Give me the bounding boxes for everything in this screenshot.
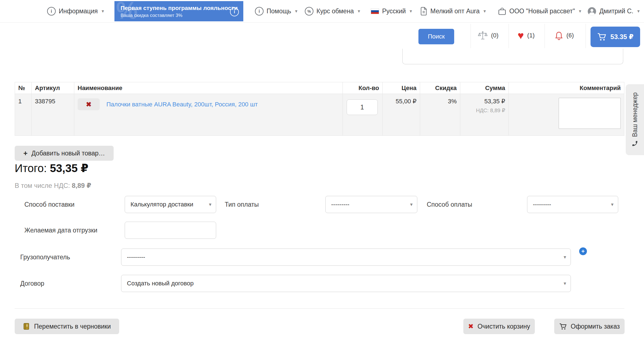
divider bbox=[471, 24, 471, 48]
chevron-down-icon: ▾ bbox=[564, 254, 566, 260]
row-num: 1 bbox=[15, 94, 32, 136]
vat-label: В том числе НДС: bbox=[15, 182, 70, 189]
consignee-label: Грузополучатель bbox=[20, 249, 70, 266]
menu-exchange-label: Курс обмена bbox=[316, 7, 354, 15]
search-panel[interactable] bbox=[402, 49, 623, 64]
col-header-name: Наименование bbox=[74, 82, 343, 94]
manager-tab-inner: Ваш менеджер bbox=[626, 84, 644, 155]
chevron-down-icon: ▾ bbox=[358, 8, 360, 14]
row-discount: 3% bbox=[420, 94, 460, 136]
avatar-icon bbox=[587, 7, 596, 16]
checkout-label: Оформить заказ bbox=[571, 323, 620, 330]
ship-date-input[interactable] bbox=[125, 222, 216, 239]
phone-icon bbox=[632, 140, 638, 147]
chevron-down-icon: ▾ bbox=[611, 201, 614, 208]
menu-language[interactable]: Русский ▾ bbox=[371, 0, 412, 22]
payment-method-value: --------- bbox=[533, 201, 551, 208]
chevron-down-icon: ▾ bbox=[410, 8, 412, 14]
row-sum: 53,35 ₽ bbox=[464, 98, 505, 105]
contract-value: Создать новый договор bbox=[127, 280, 194, 287]
favorites-button[interactable]: ♥ (1) bbox=[518, 22, 535, 48]
payment-type-label: Тип оплаты bbox=[225, 196, 259, 213]
notebook-icon bbox=[23, 323, 30, 330]
delete-item-button[interactable]: ✖ bbox=[78, 98, 100, 110]
manager-tab[interactable]: Ваш менеджер bbox=[626, 84, 644, 155]
consignee-select[interactable]: --------- ▾ bbox=[121, 249, 571, 266]
consignee-value: --------- bbox=[127, 254, 145, 261]
menu-catalog[interactable]: Мелкий опт Aura ▾ bbox=[420, 0, 486, 22]
cart-button[interactable]: 53.35 ₽ bbox=[591, 27, 640, 47]
move-to-drafts-label: Переместить в черновики bbox=[34, 323, 111, 330]
favorites-count: (1) bbox=[527, 32, 535, 39]
col-header-comment: Комментарий bbox=[509, 82, 624, 94]
menu-company-label: ООО "Новый рассвет" bbox=[509, 7, 575, 15]
menu-help[interactable]: i Помощь ▾ bbox=[255, 0, 297, 22]
heart-icon: ♥ bbox=[518, 30, 524, 41]
delete-cross-icon: ✖ bbox=[86, 101, 91, 108]
compare-button[interactable]: (0) bbox=[478, 22, 499, 48]
russian-flag-icon bbox=[371, 8, 379, 14]
cart-total: 53.35 ₽ bbox=[610, 33, 633, 41]
chevron-down-icon: ▾ bbox=[484, 8, 486, 14]
notifications-button[interactable]: (6) bbox=[555, 22, 574, 48]
loyalty-banner-title: Первая ступень программы лояльности bbox=[121, 4, 238, 12]
menu-user[interactable]: Дмитрий С. ▾ bbox=[587, 0, 640, 22]
manager-tab-label: Ваш менеджер bbox=[631, 93, 639, 137]
basket-icon bbox=[498, 7, 506, 16]
delivery-method-select[interactable]: Калькулятор доставки ▾ bbox=[125, 196, 216, 213]
menu-catalog-label: Мелкий опт Aura bbox=[430, 7, 480, 15]
cart-icon bbox=[597, 33, 607, 41]
ship-date-label: Желаемая дата отгрузки bbox=[24, 222, 97, 239]
top-navigation-bar: i Информация ▾ % Первая ступень программ… bbox=[0, 0, 644, 23]
row-price: 55,00 ₽ bbox=[383, 94, 420, 136]
move-to-drafts-button[interactable]: Переместить в черновики bbox=[15, 319, 119, 334]
add-product-label: Добавить новый товар… bbox=[32, 150, 105, 157]
notifications-count: (6) bbox=[566, 32, 574, 39]
product-link[interactable]: Палочки ватные AURA Beauty, 200шт, Росси… bbox=[106, 101, 258, 108]
chevron-down-icon: ▾ bbox=[564, 280, 566, 286]
table-header-row: № Артикул Наименование Кол-во Цена Скидк… bbox=[15, 82, 624, 94]
vat-value: 8,89 ₽ bbox=[72, 182, 91, 189]
payment-method-select[interactable]: --------- ▾ bbox=[527, 196, 618, 213]
col-header-discount: Скидка bbox=[420, 82, 460, 94]
checkout-button[interactable]: Оформить заказ bbox=[554, 319, 625, 334]
bell-icon bbox=[555, 31, 563, 40]
contract-select[interactable]: Создать новый договор ▾ bbox=[121, 275, 571, 292]
col-header-price: Цена bbox=[383, 82, 420, 94]
percent-circle-icon: % bbox=[305, 7, 313, 16]
row-vat: НДС: 8,89 ₽ bbox=[464, 107, 505, 114]
red-cross-icon: ✖ bbox=[468, 322, 474, 330]
payment-type-value: --------- bbox=[331, 201, 349, 208]
menu-info[interactable]: i Информация ▾ bbox=[47, 0, 104, 22]
add-consignee-button[interactable]: + bbox=[579, 247, 587, 255]
payment-type-select[interactable]: --------- ▾ bbox=[325, 196, 417, 213]
chevron-down-icon: ▾ bbox=[637, 8, 640, 14]
cart-outline-icon bbox=[559, 323, 567, 330]
col-header-sum: Сумма bbox=[460, 82, 509, 94]
action-bar: Поиск (0) ♥ (1) bbox=[0, 22, 644, 48]
total-label: Итого: bbox=[15, 162, 47, 174]
clear-cart-button[interactable]: ✖ Очистить корзину bbox=[463, 319, 535, 334]
comment-textarea[interactable] bbox=[559, 98, 621, 129]
chevron-down-icon: ▾ bbox=[295, 8, 298, 14]
plus-icon: + bbox=[23, 150, 27, 157]
row-sum-cell: 53,35 ₽ НДС: 8,89 ₽ bbox=[460, 94, 509, 136]
scales-icon bbox=[478, 31, 488, 40]
menu-company[interactable]: ООО "Новый рассвет" ▾ bbox=[498, 0, 581, 22]
divider bbox=[15, 308, 624, 309]
clear-cart-label: Очистить корзину bbox=[477, 323, 530, 330]
info-icon: i bbox=[47, 7, 56, 16]
search-button[interactable]: Поиск bbox=[418, 29, 454, 44]
divider bbox=[586, 24, 586, 48]
quantity-input[interactable] bbox=[347, 99, 378, 115]
menu-exchange-rate[interactable]: % Курс обмена ▾ bbox=[305, 0, 360, 22]
total-line: Итого: 53,35 ₽ bbox=[15, 162, 88, 175]
add-product-button[interactable]: + Добавить новый товар… bbox=[15, 146, 114, 161]
menu-language-label: Русский bbox=[382, 7, 406, 15]
loyalty-banner-text: Первая ступень программы лояльности Ваша… bbox=[121, 4, 238, 19]
chevron-down-icon: ▾ bbox=[579, 8, 581, 14]
banner-info-icon[interactable]: i bbox=[230, 7, 239, 16]
help-info-icon: i bbox=[255, 7, 264, 16]
delivery-method-label: Способ поставки bbox=[24, 196, 75, 213]
loyalty-banner-subtitle: Ваша скидка составляет 3% bbox=[121, 12, 238, 19]
